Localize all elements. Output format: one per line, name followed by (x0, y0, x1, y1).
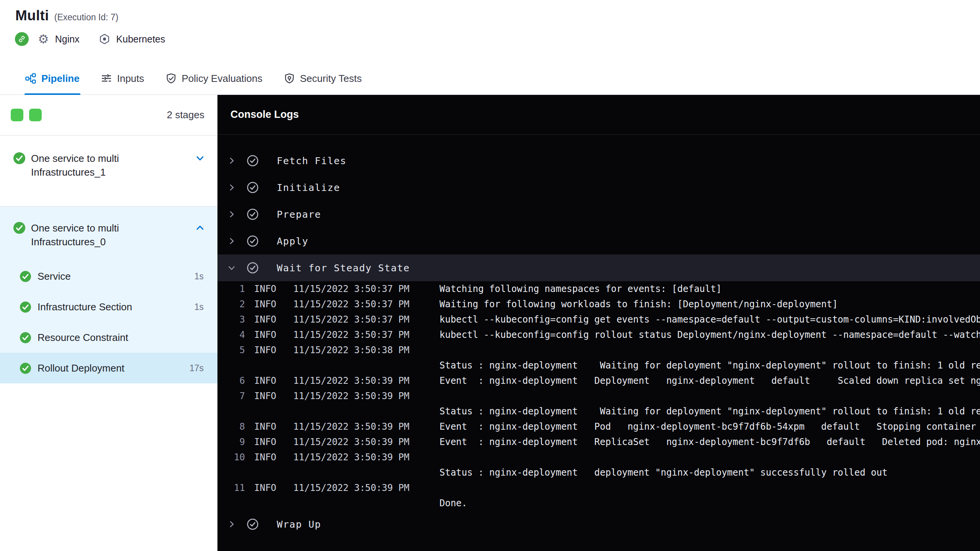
log-line-number: 9 (224, 437, 245, 447)
log-timestamp: 11/15/2022 3:50:37 PM (293, 299, 439, 310)
stage-group-infrastructures-0: One service to multi Infrastructures_0 S… (0, 207, 217, 383)
log-line: Status : nginx-deployment deployment "ng… (217, 465, 980, 480)
execution-id: (Execution Id: 7) (54, 12, 118, 23)
log-line: 9INFO11/15/2022 3:50:39 PMEvent : nginx-… (217, 434, 980, 450)
log-timestamp: 11/15/2022 3:50:39 PM (293, 421, 439, 432)
stage-count: 2 stages (167, 109, 204, 121)
stage-label: One service to multi Infrastructures_1 (31, 152, 154, 179)
console-step-fetch-files[interactable]: Fetch Files (217, 147, 980, 174)
chevron-down-icon[interactable] (227, 263, 236, 272)
console-step-apply[interactable]: Apply (217, 228, 980, 254)
success-check-icon (20, 271, 31, 282)
log-line-number: 6 (224, 375, 245, 386)
step-success-icon (247, 262, 258, 274)
log-line: 5INFO11/15/2022 3:50:38 PM (217, 342, 980, 358)
log-line-number: 3 (224, 314, 245, 325)
console-step-label: Fetch Files (277, 155, 346, 166)
stage-success-square-icon (11, 109, 23, 121)
gear-icon: ⚙ (38, 33, 49, 45)
log-level: INFO (254, 345, 285, 355)
title-row: Multi (Execution Id: 7) (0, 0, 980, 24)
chevron-right-icon[interactable] (227, 236, 236, 246)
shield-check-icon (166, 73, 176, 84)
log-line: 11INFO11/15/2022 3:50:39 PM (217, 480, 980, 496)
log-message: Status : nginx-deployment Waiting for de… (439, 406, 980, 417)
console-logs-title: Console Logs (217, 95, 980, 135)
log-message: kubectl --kubeconfig=config rollout stat… (439, 329, 980, 340)
step-success-icon (247, 182, 258, 193)
chevron-right-icon[interactable] (227, 156, 236, 165)
chevron-right-icon[interactable] (227, 520, 236, 529)
success-check-icon (13, 222, 25, 234)
step-label: Rollout Deployment (38, 362, 124, 374)
chevron-right-icon[interactable] (227, 210, 236, 219)
stages-sidebar: 2 stages One service to multi Infrastruc… (0, 95, 217, 551)
tab-label: Pipeline (41, 73, 80, 85)
service-link-icon (15, 32, 29, 46)
tab-bar: Pipeline Inputs Policy Evaluations Secur… (0, 62, 980, 95)
console-step-label: Wait for Steady State (277, 262, 410, 274)
chevron-down-icon[interactable] (195, 153, 205, 163)
tab-label: Inputs (117, 73, 144, 85)
stage-success-square-icon (29, 109, 42, 121)
step-success-icon (247, 518, 258, 530)
log-message: Done. (439, 498, 980, 509)
log-line-number: 2 (224, 299, 245, 310)
log-level: INFO (254, 314, 285, 325)
log-message: Status : nginx-deployment deployment "ng… (439, 467, 980, 478)
sidebar-step-resource-constraint[interactable]: Resource Constraint (0, 322, 217, 353)
pipeline-execution-page: Multi (Execution Id: 7) ⚙ Nginx Kubernet… (0, 0, 980, 551)
log-message: Event : nginx-deployment Pod nginx-deplo… (439, 421, 980, 432)
tab-policy-evaluations[interactable]: Policy Evaluations (166, 62, 263, 95)
log-level: INFO (254, 284, 285, 294)
console-step-label: Initialize (277, 182, 340, 193)
log-line: 4INFO11/15/2022 3:50:37 PMkubectl --kube… (217, 327, 980, 342)
log-timestamp: 11/15/2022 3:50:39 PM (293, 452, 439, 463)
step-duration: 17s (189, 363, 204, 373)
pipeline-icon (25, 73, 36, 84)
inputs-icon (101, 73, 112, 84)
success-check-icon (13, 152, 25, 164)
log-line-number: 11 (224, 483, 245, 493)
success-check-icon (20, 363, 31, 374)
log-timestamp: 11/15/2022 3:50:38 PM (293, 345, 439, 355)
stage-label: One service to multi Infrastructures_0 (31, 221, 154, 249)
stages-summary: 2 stages (0, 95, 217, 135)
shield-lock-icon (284, 73, 295, 84)
success-check-icon (20, 302, 31, 313)
console-step-prepare[interactable]: Prepare (217, 201, 980, 228)
tab-inputs[interactable]: Inputs (101, 62, 144, 95)
sidebar-step-service[interactable]: Service 1s (0, 261, 217, 292)
console-step-wait-for-steady-state[interactable]: Wait for Steady State (217, 254, 980, 281)
log-line-number: 5 (224, 345, 245, 355)
tab-security-tests[interactable]: Security Tests (284, 62, 362, 95)
tab-label: Security Tests (300, 73, 362, 85)
console-step-wrap-up[interactable]: Wrap Up (217, 511, 980, 538)
chevron-up-icon[interactable] (195, 223, 205, 233)
log-line: Status : nginx-deployment Waiting for de… (217, 358, 980, 373)
console-step-initialize[interactable]: Initialize (217, 174, 980, 201)
step-success-icon (247, 209, 258, 220)
infrastructure-name: Kubernetes (116, 34, 165, 45)
step-success-icon (247, 235, 258, 247)
sidebar-step-infrastructure-section[interactable]: Infrastructure Section 1s (0, 292, 217, 322)
log-message: Watching following namespaces for events… (439, 284, 980, 294)
chevron-right-icon[interactable] (227, 183, 236, 192)
page-header: Multi (Execution Id: 7) ⚙ Nginx Kubernet… (0, 0, 980, 62)
step-label: Resource Constraint (38, 332, 128, 344)
log-line-number: 8 (224, 421, 245, 432)
log-level: INFO (254, 375, 285, 386)
kubernetes-icon (99, 33, 110, 45)
log-timestamp: 11/15/2022 3:50:37 PM (293, 329, 439, 340)
stage-card-infrastructures-1[interactable]: One service to multi Infrastructures_1 (0, 135, 217, 207)
stage-card-infrastructures-0[interactable]: One service to multi Infrastructures_0 (0, 207, 217, 261)
tab-pipeline[interactable]: Pipeline (25, 62, 80, 95)
sidebar-step-rollout-deployment[interactable]: Rollout Deployment 17s (0, 353, 217, 383)
log-timestamp: 11/15/2022 3:50:39 PM (293, 375, 439, 386)
log-line: Status : nginx-deployment Waiting for de… (217, 404, 980, 419)
log-level: INFO (254, 437, 285, 447)
service-name: Nginx (55, 34, 80, 45)
log-output: 1INFO11/15/2022 3:50:37 PMWatching follo… (217, 281, 980, 511)
log-level: INFO (254, 329, 285, 340)
log-level: INFO (254, 452, 285, 463)
